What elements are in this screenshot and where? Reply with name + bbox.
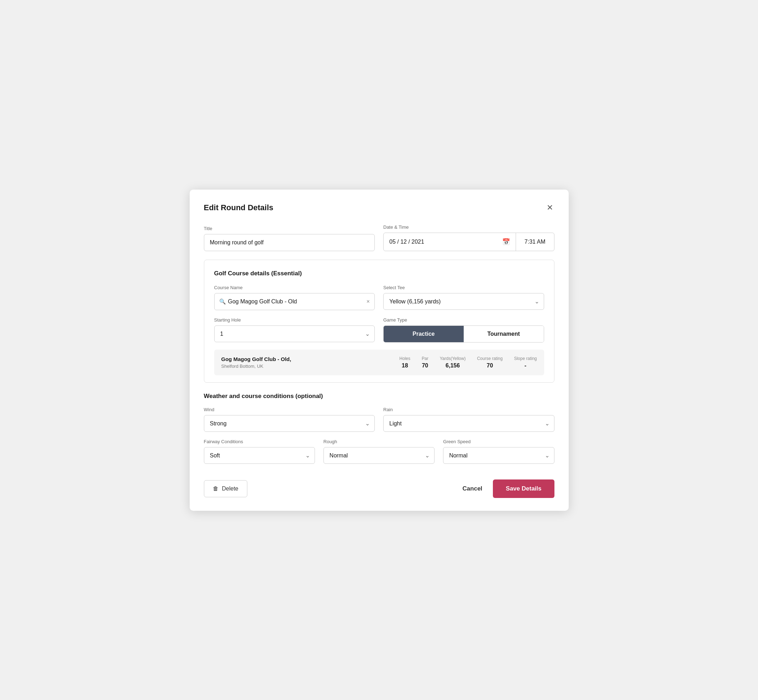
slope-rating-label: Slope rating bbox=[514, 356, 537, 361]
starting-hole-group: Starting Hole 1234 5678 910 ⌄ bbox=[214, 317, 375, 342]
fairway-label: Fairway Conditions bbox=[204, 439, 315, 444]
practice-button[interactable]: Practice bbox=[384, 326, 464, 342]
slope-rating-stat: Slope rating - bbox=[514, 356, 537, 369]
rough-label: Rough bbox=[324, 439, 434, 444]
rough-dropdown[interactable]: Soft Normal Hard bbox=[324, 447, 434, 464]
select-tee-wrapper: Yellow (6,156 yards) White Red Blue ⌄ bbox=[383, 293, 544, 310]
yards-stat: Yards(Yellow) 6,156 bbox=[440, 356, 466, 369]
time-part[interactable]: 7:31 AM bbox=[516, 233, 554, 251]
tournament-button[interactable]: Tournament bbox=[464, 326, 544, 342]
fairway-dropdown[interactable]: Soft Normal Hard bbox=[204, 447, 315, 464]
wind-label: Wind bbox=[204, 407, 375, 412]
edit-round-modal: Edit Round Details ✕ Title Date & Time 0… bbox=[190, 189, 568, 511]
date-part[interactable]: 05 / 12 / 2021 📅 bbox=[384, 233, 516, 251]
holes-value: 18 bbox=[399, 362, 410, 369]
course-info-name: Gog Magog Golf Club - Old, Shelford Bott… bbox=[221, 356, 399, 369]
save-button[interactable]: Save Details bbox=[493, 480, 554, 498]
date-value: 05 / 12 / 2021 bbox=[389, 239, 424, 245]
title-label: Title bbox=[204, 226, 375, 231]
course-name-tee-row: Course Name 🔍 × Select Tee Yellow (6,156… bbox=[214, 285, 544, 310]
close-button[interactable]: ✕ bbox=[545, 202, 554, 213]
rain-group: Rain None Light Moderate Heavy ⌄ bbox=[383, 407, 554, 432]
green-speed-group: Green Speed Slow Normal Fast ⌄ bbox=[443, 439, 554, 464]
select-tee-label: Select Tee bbox=[383, 285, 544, 290]
wind-rain-row: Wind None Light Moderate Strong ⌄ Rain N… bbox=[204, 407, 554, 432]
delete-label: Delete bbox=[222, 486, 238, 492]
par-stat: Par 70 bbox=[422, 356, 429, 369]
course-name-group: Course Name 🔍 × bbox=[214, 285, 375, 310]
course-name-input[interactable] bbox=[214, 293, 375, 310]
rain-label: Rain bbox=[383, 407, 554, 412]
starting-hole-dropdown[interactable]: 1234 5678 910 bbox=[214, 325, 375, 342]
course-search-wrapper: 🔍 × bbox=[214, 293, 375, 310]
modal-title: Edit Round Details bbox=[204, 203, 274, 212]
holes-label: Holes bbox=[399, 356, 410, 361]
modal-header: Edit Round Details ✕ bbox=[204, 202, 554, 213]
golf-course-title: Golf Course details (Essential) bbox=[214, 270, 544, 277]
course-name-display: Gog Magog Golf Club - Old, bbox=[221, 356, 399, 362]
game-type-toggle: Practice Tournament bbox=[383, 325, 544, 342]
yards-value: 6,156 bbox=[440, 362, 466, 369]
time-value: 7:31 AM bbox=[525, 239, 545, 245]
course-name-label: Course Name bbox=[214, 285, 375, 290]
weather-title: Weather and course conditions (optional) bbox=[204, 393, 554, 400]
slope-rating-value: - bbox=[514, 362, 537, 369]
course-info-box: Gog Magog Golf Club - Old, Shelford Bott… bbox=[214, 350, 544, 375]
datetime-group: Date & Time 05 / 12 / 2021 📅 7:31 AM bbox=[383, 225, 554, 251]
trash-icon: 🗑 bbox=[213, 486, 219, 492]
game-type-label: Game Type bbox=[383, 317, 544, 323]
weather-section: Weather and course conditions (optional)… bbox=[204, 393, 554, 464]
course-location-display: Shelford Bottom, UK bbox=[221, 364, 399, 369]
course-rating-value: 70 bbox=[477, 362, 503, 369]
footer-right: Cancel Save Details bbox=[459, 480, 554, 498]
rain-wrapper: None Light Moderate Heavy ⌄ bbox=[383, 415, 554, 432]
green-speed-wrapper: Slow Normal Fast ⌄ bbox=[443, 447, 554, 464]
wind-dropdown[interactable]: None Light Moderate Strong bbox=[204, 415, 375, 432]
delete-button[interactable]: 🗑 Delete bbox=[204, 480, 247, 497]
green-speed-label: Green Speed bbox=[443, 439, 554, 444]
select-tee-dropdown[interactable]: Yellow (6,156 yards) White Red Blue bbox=[383, 293, 544, 310]
fairway-group: Fairway Conditions Soft Normal Hard ⌄ bbox=[204, 439, 315, 464]
clear-icon[interactable]: × bbox=[366, 298, 370, 305]
calendar-icon: 📅 bbox=[502, 238, 510, 246]
course-rating-label: Course rating bbox=[477, 356, 503, 361]
cancel-button[interactable]: Cancel bbox=[459, 480, 486, 497]
holes-stat: Holes 18 bbox=[399, 356, 410, 369]
rough-group: Rough Soft Normal Hard ⌄ bbox=[324, 439, 434, 464]
fairway-rough-green-row: Fairway Conditions Soft Normal Hard ⌄ Ro… bbox=[204, 439, 554, 464]
title-date-row: Title Date & Time 05 / 12 / 2021 📅 7:31 … bbox=[204, 225, 554, 251]
starting-hole-wrapper: 1234 5678 910 ⌄ bbox=[214, 325, 375, 342]
fairway-wrapper: Soft Normal Hard ⌄ bbox=[204, 447, 315, 464]
datetime-wrapper: 05 / 12 / 2021 📅 7:31 AM bbox=[383, 233, 554, 251]
wind-wrapper: None Light Moderate Strong ⌄ bbox=[204, 415, 375, 432]
title-input[interactable] bbox=[204, 234, 375, 251]
course-rating-stat: Course rating 70 bbox=[477, 356, 503, 369]
select-tee-group: Select Tee Yellow (6,156 yards) White Re… bbox=[383, 285, 544, 310]
course-stats: Holes 18 Par 70 Yards(Yellow) 6,156 Cour… bbox=[399, 356, 537, 369]
golf-course-section: Golf Course details (Essential) Course N… bbox=[204, 259, 554, 383]
footer-row: 🗑 Delete Cancel Save Details bbox=[204, 474, 554, 498]
datetime-label: Date & Time bbox=[383, 225, 554, 230]
close-icon: ✕ bbox=[547, 203, 553, 212]
par-value: 70 bbox=[422, 362, 429, 369]
wind-group: Wind None Light Moderate Strong ⌄ bbox=[204, 407, 375, 432]
rough-wrapper: Soft Normal Hard ⌄ bbox=[324, 447, 434, 464]
hole-gametype-row: Starting Hole 1234 5678 910 ⌄ Game Type … bbox=[214, 317, 544, 342]
search-icon: 🔍 bbox=[219, 298, 226, 305]
par-label: Par bbox=[422, 356, 429, 361]
green-speed-dropdown[interactable]: Slow Normal Fast bbox=[443, 447, 554, 464]
starting-hole-label: Starting Hole bbox=[214, 317, 375, 323]
title-group: Title bbox=[204, 226, 375, 251]
yards-label: Yards(Yellow) bbox=[440, 356, 466, 361]
rain-dropdown[interactable]: None Light Moderate Heavy bbox=[383, 415, 554, 432]
game-type-group: Game Type Practice Tournament bbox=[383, 317, 544, 342]
